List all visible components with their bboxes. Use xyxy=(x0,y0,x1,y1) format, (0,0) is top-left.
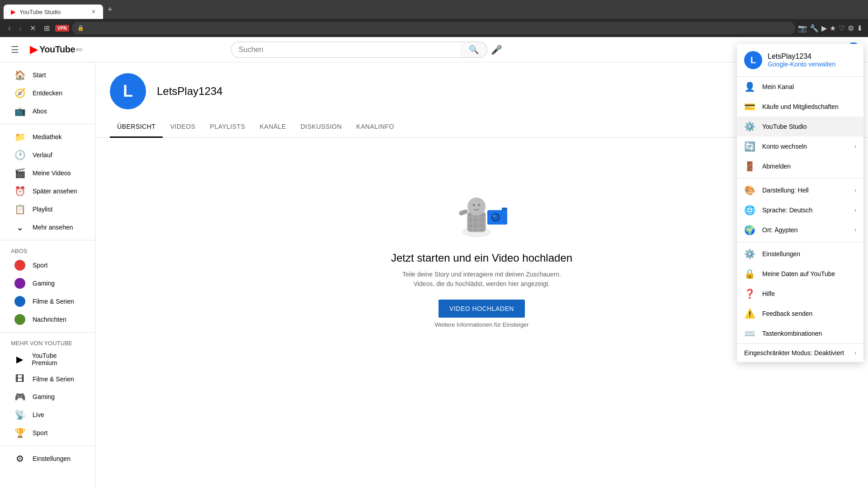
tab-close-icon[interactable]: ✕ xyxy=(91,9,96,15)
extension2-icon[interactable]: ▶ xyxy=(821,24,827,33)
sidebar-item-subscriptions[interactable]: 📺 Abos xyxy=(4,102,91,120)
dropdown-item-help[interactable]: ❓ Hilfe xyxy=(737,284,863,304)
sidebar-item-watch-later[interactable]: ⏰ Später ansehen xyxy=(4,182,91,200)
shortcuts-icon: ⌨️ xyxy=(744,328,755,339)
tab-info[interactable]: KANALINFO xyxy=(349,117,401,138)
dropdown-label-shortcuts: Tastenkombinationen xyxy=(762,330,856,337)
sidebar-divider-4 xyxy=(0,446,95,446)
sidebar-item-movies2[interactable]: 🎞 Filme & Serien xyxy=(4,370,91,388)
sidebar-item-gaming[interactable]: Gaming xyxy=(4,274,91,292)
studio-icon: ⚙️ xyxy=(744,121,755,132)
address-bar-wrapper[interactable]: 🔒 studio.youtube.com xyxy=(72,22,795,34)
sidebar-label-news: Nachrichten xyxy=(33,316,66,323)
svg-point-9 xyxy=(473,204,475,206)
dropdown-item-appearance[interactable]: 🎨 Darstellung: Hell › xyxy=(737,180,863,200)
dropdown-item-my-channel[interactable]: 👤 Mein Kanal xyxy=(737,77,863,97)
browser-tab-active[interactable]: ▶ YouTube Studio ✕ xyxy=(4,5,103,19)
sidebar-item-sport[interactable]: Sport xyxy=(4,256,91,274)
sport2-icon: 🏆 xyxy=(14,427,25,438)
sidebar-item-news[interactable]: Nachrichten xyxy=(4,310,91,328)
sidebar-item-movies[interactable]: Filme & Serien xyxy=(4,292,91,310)
sidebar-item-more[interactable]: ⌄ Mehr ansehen xyxy=(4,218,91,236)
empty-title: Jetzt starten und ein Video hochladen xyxy=(391,252,572,264)
dropdown-account-link[interactable]: Google-Konto verwalten xyxy=(768,61,835,68)
heart-icon[interactable]: ♡ xyxy=(839,24,845,33)
sidebar-item-live[interactable]: 📡 Live xyxy=(4,406,91,424)
download-icon[interactable]: ⬇ xyxy=(857,24,863,33)
svg-point-10 xyxy=(478,204,480,206)
dropdown-item-shortcuts[interactable]: ⌨️ Tastenkombinationen xyxy=(737,324,863,343)
sidebar-item-library[interactable]: 📁 Mediathek xyxy=(4,128,91,146)
dropdown-item-purchases[interactable]: 💳 Käufe und Mitgliedschaften xyxy=(737,97,863,117)
dropdown-item-studio[interactable]: ⚙️ YouTube Studio xyxy=(737,117,863,136)
empty-subtitle: Teile deine Story und interagiere mit de… xyxy=(392,270,572,289)
new-tab-button[interactable]: + xyxy=(104,3,116,16)
forward-button[interactable]: › xyxy=(16,22,24,35)
dropdown-item-language[interactable]: 🌐 Sprache: Deutsch › xyxy=(737,200,863,220)
sidebar-label-watch-later: Später ansehen xyxy=(33,188,77,195)
dropdown-item-switch-account[interactable]: 🔄 Konto wechseln › xyxy=(737,136,863,156)
dropdown-footer-label: Eingeschränkter Modus: Deaktiviert xyxy=(744,349,844,357)
address-input[interactable]: studio.youtube.com xyxy=(87,25,790,32)
sidebar-label-movies2: Filme & Serien xyxy=(33,375,74,383)
tab-channels[interactable]: KANÄLE xyxy=(252,117,293,138)
tab-playlists[interactable]: PLAYLISTS xyxy=(203,117,252,138)
dropdown-item-feedback[interactable]: ⚠️ Feedback senden xyxy=(737,304,863,324)
sidebar-item-premium[interactable]: ▶ YouTube Premium xyxy=(4,348,91,370)
sidebar-label-movies: Filme & Serien xyxy=(33,298,74,305)
sidebar-item-gaming2[interactable]: 🎮 Gaming xyxy=(4,388,91,406)
dropdown-item-settings[interactable]: ⚙️ Einstellungen xyxy=(737,244,863,264)
sidebar-item-sport2[interactable]: 🏆 Sport xyxy=(4,424,91,442)
settings-icon[interactable]: ⚙ xyxy=(848,24,854,33)
tab-videos[interactable]: VIDEOS xyxy=(163,117,203,138)
sidebar-label-live: Live xyxy=(33,411,44,418)
dropdown-item-data[interactable]: 🔒 Meine Daten auf YouTube xyxy=(737,264,863,284)
search-bar: 🔍 🎤 xyxy=(231,42,502,58)
dropdown-label-language: Sprache: Deutsch xyxy=(762,206,847,214)
mic-button[interactable]: 🎤 xyxy=(491,42,502,58)
screenshot-icon[interactable]: 📷 xyxy=(798,24,807,33)
yt-logo[interactable]: ▶ YouTube EO xyxy=(30,44,82,55)
dropdown-label-my-channel: Mein Kanal xyxy=(762,83,856,90)
search-button[interactable]: 🔍 xyxy=(460,42,487,58)
beginner-link[interactable]: Weitere Informationen für Einsteiger xyxy=(435,321,529,328)
back-button[interactable]: ‹ xyxy=(5,22,14,35)
sidebar-item-explore[interactable]: 🧭 Entdecken xyxy=(4,84,91,102)
bookmark-icon[interactable]: ★ xyxy=(830,24,836,33)
sidebar-item-playlist[interactable]: 📋 Playlist xyxy=(4,200,91,218)
extension-icon[interactable]: 🔧 xyxy=(810,24,819,33)
my-channel-icon: 👤 xyxy=(744,81,755,92)
sidebar-label-more: Mehr ansehen xyxy=(33,224,73,231)
dropdown-footer-arrow-icon: › xyxy=(854,350,856,356)
upload-video-button[interactable]: VIDEO HOCHLADEN xyxy=(439,300,525,318)
tab-discussion[interactable]: DISKUSSION xyxy=(293,117,349,138)
dropdown-menu: L LetsPlay1234 Google-Konto verwalten 👤 … xyxy=(737,44,863,362)
search-input[interactable] xyxy=(231,42,460,58)
switch-arrow-icon: › xyxy=(854,143,856,150)
data-icon: 🔒 xyxy=(744,268,755,279)
language-arrow-icon: › xyxy=(854,207,856,213)
yt-logo-badge: EO xyxy=(76,47,82,52)
sidebar-label-playlist: Playlist xyxy=(33,206,52,213)
watch-later-icon: ⏰ xyxy=(14,186,25,197)
gaming2-icon: 🎮 xyxy=(14,391,25,402)
svg-rect-11 xyxy=(458,209,468,216)
sidebar-item-history[interactable]: 🕐 Verlauf xyxy=(4,146,91,164)
news-avatar xyxy=(14,314,25,325)
explore-icon: 🧭 xyxy=(14,88,25,99)
tab-overview[interactable]: ÜBERSICHT xyxy=(110,117,163,138)
dropdown-footer[interactable]: Eingeschränkter Modus: Deaktiviert › xyxy=(737,343,863,362)
sidebar-label-sport: Sport xyxy=(33,262,47,269)
extensions-button[interactable]: ⊞ xyxy=(41,22,52,34)
hamburger-menu[interactable]: ☰ xyxy=(7,41,23,59)
reload-button[interactable]: ✕ xyxy=(27,22,38,34)
sidebar-item-settings[interactable]: ⚙ Einstellungen xyxy=(4,450,91,468)
gaming-avatar xyxy=(14,278,25,289)
sidebar-item-home[interactable]: 🏠 Start xyxy=(4,66,91,84)
dropdown-settings-icon: ⚙️ xyxy=(744,249,755,259)
dropdown-header: L LetsPlay1234 Google-Konto verwalten xyxy=(737,44,863,77)
dropdown-item-signout[interactable]: 🚪 Abmelden xyxy=(737,156,863,176)
sidebar-item-my-videos[interactable]: 🎬 Meine Videos xyxy=(4,164,91,182)
movies-avatar xyxy=(14,296,25,307)
dropdown-item-location[interactable]: 🌍 Ort: Ägypten › xyxy=(737,220,863,240)
